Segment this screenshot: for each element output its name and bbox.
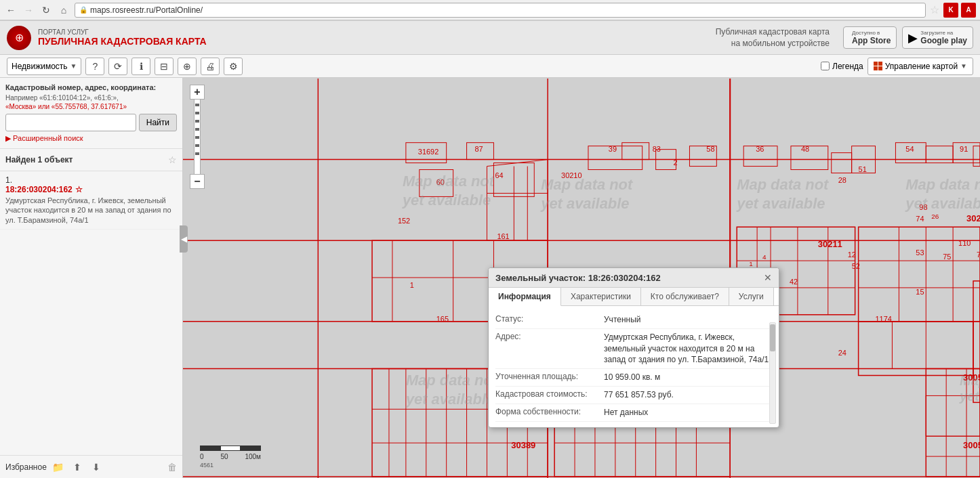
type-dropdown[interactable]: Недвижимость ▼ bbox=[7, 58, 81, 75]
svg-text:52: 52 bbox=[852, 262, 860, 270]
svg-text:Map data not: Map data not bbox=[905, 176, 980, 193]
svg-text:12: 12 bbox=[848, 251, 856, 259]
main-layout: Кадастровый номер, адрес, координата: На… bbox=[0, 78, 980, 478]
svg-text:54: 54 bbox=[905, 145, 914, 153]
legend-checkbox-label[interactable]: Легенда bbox=[821, 62, 863, 71]
svg-text:26: 26 bbox=[931, 213, 939, 220]
url-text: maps.rosreestr.ru/PortalOnline/ bbox=[90, 5, 203, 15]
svg-text:Map data not: Map data not bbox=[403, 173, 495, 190]
search-hint-link[interactable]: «Москва» или «55.755768, 37.617671» bbox=[5, 103, 127, 110]
legend-label: Легенда bbox=[832, 62, 863, 71]
export-button[interactable]: 🖨 bbox=[201, 58, 220, 75]
results-header: Найден 1 объект ☆ bbox=[5, 154, 177, 165]
print-button[interactable]: ⊕ bbox=[178, 58, 197, 75]
search-button[interactable]: Найти bbox=[139, 114, 177, 131]
svg-text:161: 161 bbox=[497, 232, 509, 240]
help-button[interactable]: ? bbox=[85, 58, 104, 75]
scale-label-100: 100м bbox=[245, 453, 261, 460]
scale-button[interactable]: ⊟ bbox=[155, 58, 173, 75]
svg-text:30211: 30211 bbox=[818, 239, 842, 249]
browser-toolbar: ← → ↻ ⌂ 🔒 maps.rosreestr.ru/PortalOnline… bbox=[0, 0, 980, 20]
map-control-icon bbox=[874, 62, 882, 70]
cadastral-value-label: Кадастровая стоимость: bbox=[495, 389, 604, 399]
appstore-badge[interactable]: Доступно в App Store bbox=[843, 26, 897, 49]
popup-close-button[interactable]: ✕ bbox=[764, 272, 772, 283]
svg-text:yet available: yet available bbox=[736, 195, 825, 212]
svg-text:75: 75 bbox=[943, 253, 951, 261]
area-value: 10 959.00 кв. м bbox=[604, 372, 772, 383]
result-link[interactable]: 18:26:030204:162 ☆ bbox=[5, 185, 177, 194]
svg-text:58: 58 bbox=[706, 145, 714, 153]
refresh-button[interactable]: ↻ bbox=[39, 3, 53, 17]
favorites-export-icon[interactable]: ⬇ bbox=[89, 460, 104, 475]
svg-text:yet available: yet available bbox=[905, 195, 980, 212]
result-description: Удмуртская Республика, г. Ижевск, земель… bbox=[5, 196, 177, 225]
svg-text:30057: 30057 bbox=[963, 440, 980, 450]
svg-text:30214: 30214 bbox=[966, 213, 980, 223]
adblock-button[interactable]: A bbox=[961, 3, 976, 18]
googleplay-pre: Загрузите на bbox=[920, 30, 967, 36]
panel-collapse-button[interactable]: ◀ bbox=[180, 225, 188, 253]
favorites-delete-icon[interactable]: 🗑 bbox=[167, 462, 177, 473]
header-subtitle: Портал услуг bbox=[38, 28, 207, 36]
second-toolbar: Недвижимость ▼ ? ⟳ ℹ ⊟ ⊕ 🖨 ⚙ Легенда Упр… bbox=[0, 55, 980, 78]
zoom-in-button[interactable]: + bbox=[190, 85, 205, 100]
address-value: Удмуртская Республика, г. Ижевск, земель… bbox=[604, 332, 772, 366]
googleplay-text: Загрузите на Google play bbox=[920, 30, 967, 45]
zoom-out-button[interactable]: − bbox=[190, 174, 205, 189]
back-button[interactable]: ← bbox=[4, 3, 18, 17]
svg-text:83: 83 bbox=[653, 145, 661, 153]
legend-checkbox[interactable] bbox=[821, 62, 830, 70]
dropdown-label: Недвижимость bbox=[12, 62, 68, 71]
svg-text:2: 2 bbox=[674, 158, 678, 167]
map-control-button[interactable]: Управление картой ▼ bbox=[867, 58, 973, 75]
header-main-title: Публичная кадастровая карта bbox=[38, 36, 207, 47]
result-item[interactable]: 1. 18:26:030204:162 ☆ Удмуртская Республ… bbox=[0, 171, 182, 230]
svg-text:4: 4 bbox=[762, 253, 767, 261]
address-bar[interactable]: 🔒 maps.rosreestr.ru/PortalOnline/ bbox=[75, 3, 926, 18]
favorites-import-icon[interactable]: ⬆ bbox=[70, 460, 85, 475]
advanced-search-link[interactable]: ▶ Расширенный поиск bbox=[5, 134, 177, 143]
info-row-address: Адрес: Удмуртская Республика, г. Ижевск,… bbox=[495, 329, 772, 369]
bookmark-icon[interactable]: ☆ bbox=[930, 3, 939, 16]
extension-buttons: K A bbox=[943, 3, 976, 18]
settings-button[interactable]: ⚙ bbox=[224, 58, 243, 75]
search-input[interactable] bbox=[5, 114, 136, 131]
tab-characteristics[interactable]: Характеристики bbox=[561, 288, 641, 305]
cadastral-value-value: 77 651 857.53 руб. bbox=[604, 389, 772, 401]
svg-text:Map data not: Map data not bbox=[406, 372, 499, 389]
home-button[interactable]: ⌂ bbox=[57, 3, 70, 17]
map-area[interactable]: 31692 87 60 64 30210 39 83 2 58 36 48 28… bbox=[183, 78, 980, 478]
googleplay-badge[interactable]: ▶ Загрузите на Google play bbox=[902, 26, 973, 49]
result-link-text: 18:26:030204:162 bbox=[5, 185, 73, 194]
favorites-add-icon[interactable]: 📁 bbox=[51, 460, 66, 475]
results-bookmark-icon[interactable]: ☆ bbox=[168, 154, 177, 165]
popup-scrollbar[interactable] bbox=[769, 322, 776, 424]
tab-information[interactable]: Информация bbox=[489, 288, 561, 306]
tab-services[interactable]: Услуги bbox=[729, 288, 774, 305]
tab-who-serves[interactable]: Кто обслуживает? bbox=[641, 288, 729, 305]
dropdown-arrow-icon: ▼ bbox=[70, 62, 77, 70]
lock-icon: 🔒 bbox=[79, 6, 87, 14]
appstore-pre: Доступно в bbox=[852, 30, 891, 36]
app-header: ⊕ Портал услуг Публичная кадастровая кар… bbox=[0, 21, 980, 55]
info-button[interactable]: ℹ bbox=[131, 58, 150, 75]
map-control-arrow-icon: ▼ bbox=[960, 62, 967, 70]
scale-unit: 4561 bbox=[200, 462, 261, 469]
scale-label-0: 0 bbox=[200, 453, 204, 460]
popup-header: Земельный участок: 18:26:030204:162 ✕ bbox=[489, 268, 779, 288]
scale-label-50: 50 bbox=[220, 453, 228, 460]
map-canvas: 31692 87 60 64 30210 39 83 2 58 36 48 28… bbox=[183, 78, 980, 478]
svg-text:165: 165 bbox=[436, 315, 449, 323]
svg-text:Map data not: Map data not bbox=[737, 176, 830, 193]
logo-icon: ⊕ bbox=[7, 26, 31, 50]
svg-text:yet available: yet available bbox=[959, 389, 980, 404]
browser-chrome: ← → ↻ ⌂ 🔒 maps.rosreestr.ru/PortalOnline… bbox=[0, 0, 980, 21]
forward-button[interactable]: → bbox=[22, 3, 35, 17]
svg-text:36: 36 bbox=[756, 145, 764, 153]
svg-text:74: 74 bbox=[916, 215, 924, 223]
measure-button[interactable]: ⟳ bbox=[108, 58, 127, 75]
svg-text:77: 77 bbox=[977, 251, 980, 259]
kaspersky-button[interactable]: K bbox=[943, 3, 958, 18]
results-section: Найден 1 объект ☆ bbox=[0, 149, 182, 171]
